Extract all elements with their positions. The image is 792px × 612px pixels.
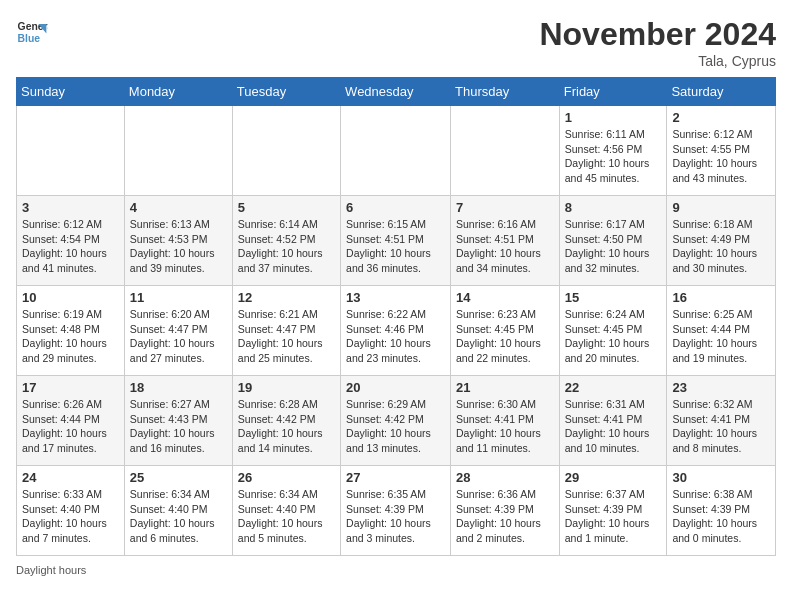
day-cell: 10Sunrise: 6:19 AM Sunset: 4:48 PM Dayli… <box>17 286 125 376</box>
week-row-2: 3Sunrise: 6:12 AM Sunset: 4:54 PM Daylig… <box>17 196 776 286</box>
day-cell: 19Sunrise: 6:28 AM Sunset: 4:42 PM Dayli… <box>232 376 340 466</box>
day-info: Sunrise: 6:35 AM Sunset: 4:39 PM Dayligh… <box>346 487 445 546</box>
page-header: General Blue November 2024 Tala, Cyprus <box>16 16 776 69</box>
day-number: 19 <box>238 380 335 395</box>
day-cell: 14Sunrise: 6:23 AM Sunset: 4:45 PM Dayli… <box>451 286 560 376</box>
day-number: 15 <box>565 290 662 305</box>
day-info: Sunrise: 6:17 AM Sunset: 4:50 PM Dayligh… <box>565 217 662 276</box>
day-number: 13 <box>346 290 445 305</box>
week-row-4: 17Sunrise: 6:26 AM Sunset: 4:44 PM Dayli… <box>17 376 776 466</box>
day-number: 8 <box>565 200 662 215</box>
day-cell: 6Sunrise: 6:15 AM Sunset: 4:51 PM Daylig… <box>341 196 451 286</box>
header-row: Sunday Monday Tuesday Wednesday Thursday… <box>17 78 776 106</box>
day-info: Sunrise: 6:16 AM Sunset: 4:51 PM Dayligh… <box>456 217 554 276</box>
day-cell: 8Sunrise: 6:17 AM Sunset: 4:50 PM Daylig… <box>559 196 667 286</box>
day-number: 18 <box>130 380 227 395</box>
day-info: Sunrise: 6:38 AM Sunset: 4:39 PM Dayligh… <box>672 487 770 546</box>
day-info: Sunrise: 6:14 AM Sunset: 4:52 PM Dayligh… <box>238 217 335 276</box>
day-number: 5 <box>238 200 335 215</box>
day-cell: 7Sunrise: 6:16 AM Sunset: 4:51 PM Daylig… <box>451 196 560 286</box>
day-cell: 18Sunrise: 6:27 AM Sunset: 4:43 PM Dayli… <box>124 376 232 466</box>
day-cell: 22Sunrise: 6:31 AM Sunset: 4:41 PM Dayli… <box>559 376 667 466</box>
day-info: Sunrise: 6:19 AM Sunset: 4:48 PM Dayligh… <box>22 307 119 366</box>
day-cell: 25Sunrise: 6:34 AM Sunset: 4:40 PM Dayli… <box>124 466 232 556</box>
day-info: Sunrise: 6:13 AM Sunset: 4:53 PM Dayligh… <box>130 217 227 276</box>
day-info: Sunrise: 6:34 AM Sunset: 4:40 PM Dayligh… <box>238 487 335 546</box>
day-info: Sunrise: 6:12 AM Sunset: 4:54 PM Dayligh… <box>22 217 119 276</box>
day-info: Sunrise: 6:23 AM Sunset: 4:45 PM Dayligh… <box>456 307 554 366</box>
day-cell: 2Sunrise: 6:12 AM Sunset: 4:55 PM Daylig… <box>667 106 776 196</box>
day-info: Sunrise: 6:24 AM Sunset: 4:45 PM Dayligh… <box>565 307 662 366</box>
day-cell: 3Sunrise: 6:12 AM Sunset: 4:54 PM Daylig… <box>17 196 125 286</box>
col-saturday: Saturday <box>667 78 776 106</box>
day-cell: 23Sunrise: 6:32 AM Sunset: 4:41 PM Dayli… <box>667 376 776 466</box>
day-info: Sunrise: 6:29 AM Sunset: 4:42 PM Dayligh… <box>346 397 445 456</box>
day-number: 14 <box>456 290 554 305</box>
day-number: 9 <box>672 200 770 215</box>
day-number: 10 <box>22 290 119 305</box>
day-cell: 15Sunrise: 6:24 AM Sunset: 4:45 PM Dayli… <box>559 286 667 376</box>
day-info: Sunrise: 6:36 AM Sunset: 4:39 PM Dayligh… <box>456 487 554 546</box>
day-cell: 29Sunrise: 6:37 AM Sunset: 4:39 PM Dayli… <box>559 466 667 556</box>
day-cell: 16Sunrise: 6:25 AM Sunset: 4:44 PM Dayli… <box>667 286 776 376</box>
day-number: 7 <box>456 200 554 215</box>
day-info: Sunrise: 6:15 AM Sunset: 4:51 PM Dayligh… <box>346 217 445 276</box>
day-cell: 17Sunrise: 6:26 AM Sunset: 4:44 PM Dayli… <box>17 376 125 466</box>
day-number: 30 <box>672 470 770 485</box>
day-info: Sunrise: 6:33 AM Sunset: 4:40 PM Dayligh… <box>22 487 119 546</box>
day-number: 17 <box>22 380 119 395</box>
svg-text:Blue: Blue <box>18 33 41 44</box>
col-wednesday: Wednesday <box>341 78 451 106</box>
day-info: Sunrise: 6:11 AM Sunset: 4:56 PM Dayligh… <box>565 127 662 186</box>
day-info: Sunrise: 6:27 AM Sunset: 4:43 PM Dayligh… <box>130 397 227 456</box>
day-info: Sunrise: 6:34 AM Sunset: 4:40 PM Dayligh… <box>130 487 227 546</box>
col-tuesday: Tuesday <box>232 78 340 106</box>
day-number: 27 <box>346 470 445 485</box>
day-number: 6 <box>346 200 445 215</box>
day-info: Sunrise: 6:37 AM Sunset: 4:39 PM Dayligh… <box>565 487 662 546</box>
location: Tala, Cyprus <box>539 53 776 69</box>
footer: Daylight hours <box>16 564 776 576</box>
calendar-table: Sunday Monday Tuesday Wednesday Thursday… <box>16 77 776 556</box>
day-number: 11 <box>130 290 227 305</box>
day-number: 4 <box>130 200 227 215</box>
day-info: Sunrise: 6:12 AM Sunset: 4:55 PM Dayligh… <box>672 127 770 186</box>
title-block: November 2024 Tala, Cyprus <box>539 16 776 69</box>
week-row-5: 24Sunrise: 6:33 AM Sunset: 4:40 PM Dayli… <box>17 466 776 556</box>
day-info: Sunrise: 6:18 AM Sunset: 4:49 PM Dayligh… <box>672 217 770 276</box>
day-info: Sunrise: 6:30 AM Sunset: 4:41 PM Dayligh… <box>456 397 554 456</box>
day-number: 16 <box>672 290 770 305</box>
col-monday: Monday <box>124 78 232 106</box>
day-number: 1 <box>565 110 662 125</box>
logo: General Blue <box>16 16 48 48</box>
month-title: November 2024 <box>539 16 776 53</box>
day-cell: 30Sunrise: 6:38 AM Sunset: 4:39 PM Dayli… <box>667 466 776 556</box>
col-friday: Friday <box>559 78 667 106</box>
day-number: 25 <box>130 470 227 485</box>
day-info: Sunrise: 6:25 AM Sunset: 4:44 PM Dayligh… <box>672 307 770 366</box>
day-number: 23 <box>672 380 770 395</box>
day-cell: 20Sunrise: 6:29 AM Sunset: 4:42 PM Dayli… <box>341 376 451 466</box>
day-cell: 27Sunrise: 6:35 AM Sunset: 4:39 PM Dayli… <box>341 466 451 556</box>
day-number: 21 <box>456 380 554 395</box>
day-cell: 13Sunrise: 6:22 AM Sunset: 4:46 PM Dayli… <box>341 286 451 376</box>
day-cell: 26Sunrise: 6:34 AM Sunset: 4:40 PM Dayli… <box>232 466 340 556</box>
day-number: 20 <box>346 380 445 395</box>
day-number: 29 <box>565 470 662 485</box>
logo-icon: General Blue <box>16 16 48 48</box>
day-info: Sunrise: 6:28 AM Sunset: 4:42 PM Dayligh… <box>238 397 335 456</box>
day-number: 3 <box>22 200 119 215</box>
day-cell: 9Sunrise: 6:18 AM Sunset: 4:49 PM Daylig… <box>667 196 776 286</box>
day-number: 26 <box>238 470 335 485</box>
day-cell: 1Sunrise: 6:11 AM Sunset: 4:56 PM Daylig… <box>559 106 667 196</box>
week-row-1: 1Sunrise: 6:11 AM Sunset: 4:56 PM Daylig… <box>17 106 776 196</box>
day-info: Sunrise: 6:26 AM Sunset: 4:44 PM Dayligh… <box>22 397 119 456</box>
day-number: 12 <box>238 290 335 305</box>
footer-label: Daylight hours <box>16 564 86 576</box>
day-number: 28 <box>456 470 554 485</box>
day-number: 22 <box>565 380 662 395</box>
day-cell <box>17 106 125 196</box>
day-cell: 24Sunrise: 6:33 AM Sunset: 4:40 PM Dayli… <box>17 466 125 556</box>
day-cell: 28Sunrise: 6:36 AM Sunset: 4:39 PM Dayli… <box>451 466 560 556</box>
day-cell: 11Sunrise: 6:20 AM Sunset: 4:47 PM Dayli… <box>124 286 232 376</box>
